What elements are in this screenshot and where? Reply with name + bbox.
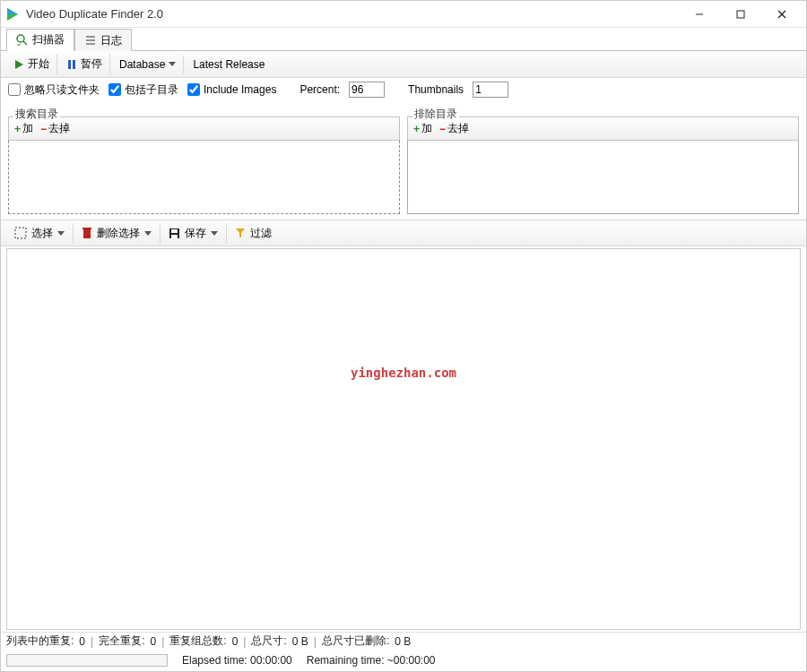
- trash-icon: [82, 227, 92, 239]
- svg-rect-12: [68, 60, 71, 69]
- exclude-dirs-panel: 排除目录 +加 −去掉: [407, 101, 799, 214]
- search-dirs-toolbar: +加 −去掉: [8, 116, 400, 141]
- thumbnails-label: Thumbnails: [408, 83, 464, 96]
- plus-icon: +: [413, 123, 420, 135]
- include-subdirs-label: 包括子目录: [125, 82, 178, 98]
- latest-release-button[interactable]: Latest Release: [186, 56, 272, 73]
- chevron-down-icon: [144, 231, 152, 236]
- deleted-size-value: 0 B: [395, 635, 411, 648]
- filter-icon: [235, 228, 246, 238]
- play-icon: [13, 59, 24, 70]
- exclude-remove-label: 去掉: [447, 121, 469, 136]
- database-label: Database: [119, 58, 165, 71]
- progress-bar: [6, 654, 168, 667]
- directory-panels: 搜索目录 +加 −去掉 排除目录 +加 −去掉: [1, 101, 806, 220]
- remaining-label: Remaining time:: [307, 654, 385, 667]
- svg-rect-15: [83, 229, 91, 238]
- groups-label: 重复组总数:: [169, 633, 226, 649]
- save-label: 保存: [185, 226, 206, 241]
- minimize-button[interactable]: [679, 1, 720, 28]
- exclude-dirs-title: 排除目录: [412, 107, 459, 122]
- exclude-dirs-toolbar: +加 −去掉: [407, 116, 799, 141]
- tab-scanner-label: 扫描器: [32, 32, 65, 47]
- svg-rect-13: [73, 60, 75, 69]
- app-logo-icon: [4, 6, 21, 22]
- status-bar: 列表中的重复: 0| 完全重复: 0| 重复组总数: 0| 总尺寸: 0 B| …: [1, 632, 806, 650]
- titlebar: Video Duplicate Finder 2.0: [1, 1, 806, 28]
- svg-marker-11: [15, 60, 23, 69]
- delete-selection-label: 删除选择: [97, 226, 140, 241]
- watermark-text: yinghezhan.com: [7, 366, 800, 380]
- svg-rect-16: [82, 228, 91, 229]
- select-dropdown[interactable]: 选择: [6, 223, 74, 244]
- percent-input[interactable]: [349, 82, 385, 98]
- latest-release-label: Latest Release: [193, 58, 265, 71]
- progress-bar-row: Elapsed time: 00:00:00 Remaining time: ~…: [1, 650, 806, 671]
- total-size-value: 0 B: [292, 635, 308, 648]
- ignore-readonly-label: 忽略只读文件夹: [24, 82, 100, 98]
- svg-marker-1: [7, 8, 18, 14]
- search-add-button[interactable]: +加: [14, 121, 33, 136]
- exclude-add-button[interactable]: +加: [413, 121, 432, 136]
- delete-selection-dropdown[interactable]: 删除选择: [74, 223, 161, 244]
- start-button[interactable]: 开始: [6, 54, 57, 74]
- database-dropdown[interactable]: Database: [112, 56, 184, 73]
- filter-label: 过滤: [250, 226, 272, 241]
- pause-button[interactable]: 暂停: [59, 54, 110, 74]
- pause-icon: [66, 59, 77, 70]
- percent-label: Percent:: [299, 83, 340, 96]
- chevron-down-icon: [57, 231, 65, 236]
- groups-value: 0: [232, 635, 239, 648]
- search-dirs-list[interactable]: [8, 141, 400, 214]
- dup-in-list-value: 0: [79, 635, 85, 648]
- log-icon: [84, 34, 97, 47]
- search-dirs-panel: 搜索目录 +加 −去掉: [8, 101, 400, 214]
- save-icon: [169, 228, 180, 239]
- tab-strip: 扫描器 日志: [1, 28, 806, 51]
- svg-line-7: [23, 41, 27, 45]
- window-title: Video Duplicate Finder 2.0: [26, 7, 679, 21]
- maximize-button[interactable]: [720, 1, 761, 28]
- chevron-down-icon: [169, 62, 176, 66]
- thumbnails-input[interactable]: [473, 82, 508, 98]
- exclude-add-label: 加: [421, 121, 432, 136]
- elapsed-label: Elapsed time:: [182, 654, 247, 667]
- search-remove-button[interactable]: −去掉: [40, 121, 70, 136]
- include-images-label: Include Images: [204, 83, 276, 96]
- search-remove-label: 去掉: [48, 121, 70, 136]
- results-area[interactable]: yinghezhan.com: [6, 248, 801, 630]
- search-add-label: 加: [22, 121, 33, 136]
- selection-icon: [14, 227, 27, 239]
- save-dropdown[interactable]: 保存: [161, 223, 227, 244]
- svg-marker-20: [236, 228, 245, 237]
- tab-log-label: 日志: [100, 33, 122, 48]
- main-toolbar: 开始 暂停 Database Latest Release: [1, 51, 806, 78]
- minus-icon: −: [40, 123, 47, 135]
- elapsed-value: 00:00:00: [250, 654, 292, 667]
- tab-scanner[interactable]: 扫描器: [6, 29, 74, 51]
- results-toolbar: 选择 删除选择 保存 过滤: [1, 220, 806, 246]
- tab-log[interactable]: 日志: [74, 29, 132, 51]
- select-label: 选择: [31, 226, 53, 241]
- search-dirs-title: 搜索目录: [13, 107, 60, 122]
- deleted-size-label: 总尺寸已删除:: [322, 633, 389, 649]
- full-dup-value: 0: [151, 635, 157, 648]
- include-images-checkbox[interactable]: Include Images: [187, 83, 276, 96]
- exclude-dirs-list[interactable]: [407, 141, 799, 214]
- svg-rect-18: [171, 229, 178, 233]
- start-label: 开始: [28, 56, 49, 72]
- svg-rect-3: [737, 11, 744, 18]
- minus-icon: −: [439, 123, 446, 135]
- scanner-icon: [16, 34, 29, 47]
- plus-icon: +: [14, 123, 21, 135]
- include-subdirs-checkbox[interactable]: 包括子目录: [108, 82, 178, 98]
- ignore-readonly-checkbox[interactable]: 忽略只读文件夹: [8, 82, 100, 98]
- close-button[interactable]: [761, 1, 803, 28]
- filter-button[interactable]: 过滤: [227, 223, 280, 244]
- full-dup-label: 完全重复:: [99, 633, 144, 649]
- svg-rect-19: [171, 235, 178, 238]
- svg-rect-14: [15, 228, 26, 238]
- total-size-label: 总尺寸:: [251, 633, 286, 649]
- exclude-remove-button[interactable]: −去掉: [439, 121, 469, 136]
- remaining-value: ~00:00:00: [387, 654, 436, 667]
